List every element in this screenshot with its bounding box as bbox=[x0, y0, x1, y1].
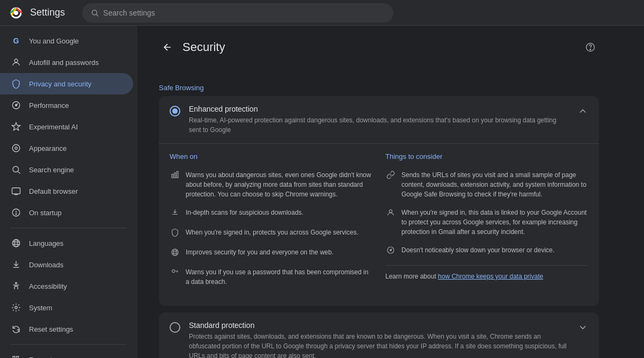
svg-point-20 bbox=[12, 239, 20, 247]
sidebar-label-appearance: Appearance bbox=[29, 144, 67, 152]
sidebar-item-startup[interactable]: On startup bbox=[0, 202, 133, 223]
enhanced-protection-name: Enhanced protection bbox=[189, 105, 569, 113]
feature-improves-security: Improves security for you and everyone o… bbox=[170, 247, 372, 259]
autofill-icon bbox=[11, 57, 21, 68]
system-icon bbox=[11, 302, 21, 313]
feature-password-text: Warns you if you use a password that has… bbox=[186, 267, 372, 287]
performance-icon bbox=[11, 100, 21, 111]
consider-account-linked: When you're signed in, this data is link… bbox=[385, 208, 588, 237]
svg-marker-9 bbox=[12, 123, 20, 130]
svg-point-30 bbox=[590, 49, 591, 50]
svg-point-11 bbox=[15, 147, 18, 150]
sidebar-label-experimental: Experimental AI bbox=[29, 123, 78, 131]
when-on-header: When on bbox=[170, 152, 372, 163]
svg-point-12 bbox=[13, 166, 19, 172]
standard-protection-text: Standard protection Protects against sit… bbox=[189, 321, 569, 358]
person-icon bbox=[385, 208, 396, 219]
sidebar-label-extensions: Extensions bbox=[29, 356, 63, 359]
learn-more-link[interactable]: how Chrome keeps your data private bbox=[438, 273, 543, 280]
download-scan-icon bbox=[170, 208, 180, 219]
sidebar-item-reset[interactable]: Reset settings bbox=[0, 318, 133, 340]
sidebar-label-you-google: You and Google bbox=[29, 37, 79, 45]
enhanced-protection-chevron[interactable] bbox=[577, 106, 588, 119]
experimental-icon bbox=[11, 121, 21, 132]
sidebar-item-default-browser[interactable]: Default browser bbox=[0, 180, 133, 202]
feature-improves-security-text: Improves security for you and everyone o… bbox=[186, 247, 333, 257]
sidebar-divider-1 bbox=[11, 228, 127, 228]
search-input[interactable] bbox=[103, 9, 385, 17]
sidebar-item-languages[interactable]: Languages bbox=[0, 232, 133, 254]
feature-signed-in-text: When you're signed in, protects you acro… bbox=[186, 228, 358, 237]
sidebar-label-languages: Languages bbox=[29, 239, 63, 247]
extensions-icon bbox=[11, 354, 21, 358]
sidebar-item-accessibility[interactable]: Accessibility bbox=[0, 275, 133, 297]
feature-warn-dangerous: Warns you about dangerous sites, even on… bbox=[170, 170, 372, 199]
enhanced-protection-expanded: When on Warns you about dangerous sites,… bbox=[159, 143, 599, 306]
enhanced-protection-desc: Real-time, AI-powered protection against… bbox=[189, 115, 569, 135]
when-on-col: When on Warns you about dangerous sites,… bbox=[170, 152, 372, 295]
search-bar[interactable] bbox=[82, 3, 393, 23]
svg-point-3 bbox=[14, 11, 18, 15]
page-header: Security bbox=[159, 39, 599, 64]
globe-security-icon bbox=[170, 248, 180, 259]
sidebar-item-privacy[interactable]: Privacy and security bbox=[0, 73, 133, 94]
standard-protection-chevron[interactable] bbox=[577, 322, 588, 335]
sidebar-label-system: System bbox=[29, 304, 52, 312]
sidebar-label-search: Search engine bbox=[29, 166, 74, 174]
svg-point-24 bbox=[16, 282, 17, 284]
content-area: Security Safe Browsing Enhanced protecti… bbox=[137, 26, 644, 358]
standard-protection-radio[interactable] bbox=[170, 322, 180, 333]
learn-more-section: Learn more about how Chrome keeps your d… bbox=[385, 265, 588, 280]
feature-scans-text: In-depth scans for suspicious downloads. bbox=[186, 208, 303, 217]
appearance-icon bbox=[11, 143, 21, 154]
back-button[interactable] bbox=[159, 39, 176, 56]
sidebar-divider-2 bbox=[11, 344, 127, 345]
things-to-consider-header: Things to consider bbox=[385, 152, 588, 163]
reset-icon bbox=[11, 324, 21, 334]
consider-no-slowdown-text: Doesn't noticeably slow down your browse… bbox=[401, 245, 554, 255]
svg-point-38 bbox=[172, 269, 175, 272]
standard-protection-card: Standard protection Protects against sit… bbox=[159, 312, 599, 358]
svg-point-8 bbox=[16, 105, 17, 106]
feature-scans-downloads: In-depth scans for suspicious downloads. bbox=[170, 208, 372, 219]
learn-more-prefix: Learn more about bbox=[385, 273, 438, 280]
sidebar-label-reset: Reset settings bbox=[29, 325, 73, 333]
sidebar-item-search[interactable]: Search engine bbox=[0, 159, 133, 180]
consider-sends-urls-text: Sends the URLs of sites you visit and a … bbox=[401, 170, 588, 199]
shield-services-icon bbox=[170, 228, 180, 239]
standard-protection-header[interactable]: Standard protection Protects against sit… bbox=[159, 312, 599, 358]
sidebar-item-performance[interactable]: Performance bbox=[0, 94, 133, 116]
svg-line-13 bbox=[18, 171, 20, 173]
svg-rect-14 bbox=[12, 188, 20, 194]
external-link-icon: ↗ bbox=[118, 356, 122, 359]
sidebar-item-system[interactable]: System bbox=[0, 297, 133, 318]
search-engine-icon bbox=[11, 164, 21, 175]
sidebar-item-experimental[interactable]: Experimental AI bbox=[0, 116, 133, 137]
svg-point-35 bbox=[173, 249, 176, 255]
sidebar-label-startup: On startup bbox=[29, 209, 62, 217]
privacy-icon bbox=[11, 78, 21, 89]
help-button[interactable] bbox=[582, 39, 599, 56]
svg-point-34 bbox=[172, 249, 178, 255]
svg-point-25 bbox=[15, 306, 18, 309]
enhanced-protection-header[interactable]: Enhanced protection Real-time, AI-powere… bbox=[159, 96, 599, 143]
sidebar-label-performance: Performance bbox=[29, 101, 69, 109]
sidebar-item-downloads[interactable]: Downloads bbox=[0, 254, 133, 275]
svg-point-4 bbox=[92, 10, 97, 14]
speed-icon bbox=[385, 246, 396, 257]
sidebar-item-appearance[interactable]: Appearance bbox=[0, 137, 133, 159]
startup-icon bbox=[11, 207, 21, 218]
svg-point-41 bbox=[390, 250, 392, 251]
you-google-icon: G bbox=[11, 35, 21, 46]
things-to-consider-col: Things to consider Sends the URLs of sit… bbox=[385, 152, 588, 295]
chart-icon bbox=[170, 171, 180, 181]
languages-icon bbox=[11, 238, 21, 249]
main-layout: G You and Google Autofill and passwords … bbox=[0, 26, 644, 358]
standard-protection-desc: Protects against sites, downloads, and e… bbox=[189, 332, 569, 358]
page-title: Security bbox=[182, 40, 225, 54]
enhanced-protection-radio[interactable] bbox=[170, 106, 180, 116]
sidebar-label-autofill: Autofill and passwords bbox=[29, 59, 99, 67]
sidebar-item-you-google[interactable]: G You and Google bbox=[0, 30, 133, 52]
sidebar-item-extensions[interactable]: Extensions ↗ bbox=[0, 349, 133, 358]
sidebar-item-autofill[interactable]: Autofill and passwords bbox=[0, 52, 133, 73]
